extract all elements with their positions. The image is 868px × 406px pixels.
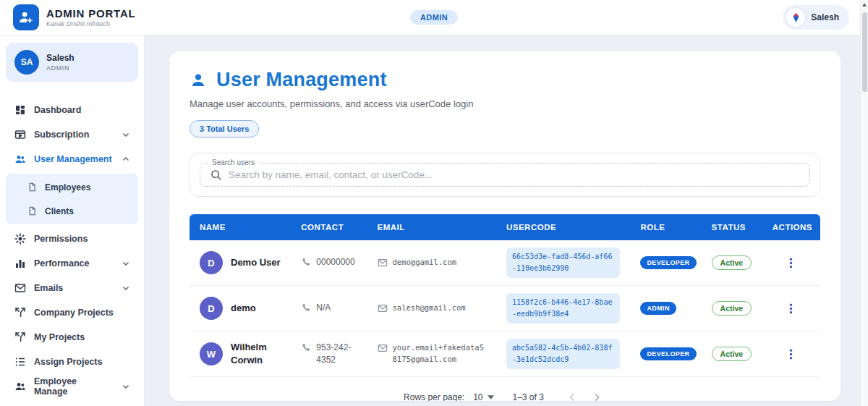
mail-icon — [378, 343, 388, 353]
sidebar-item-label: Dashboard — [34, 105, 81, 115]
phone-icon — [301, 257, 311, 267]
dashboard-icon — [14, 104, 26, 116]
sidebar-item-company-projects[interactable]: Company Projects — [6, 300, 138, 325]
status-cell: Active — [702, 286, 762, 331]
user-management-submenu: Employees Clients — [6, 174, 138, 224]
column-header-name: NAME — [190, 214, 291, 240]
people-icon — [14, 381, 26, 392]
app-logo[interactable] — [13, 4, 39, 30]
usercode-cell: 66c53d3e-fad8-456d-af66-110ee3b62990 — [496, 240, 630, 286]
more-vert-icon — [785, 303, 797, 315]
name-cell: WWilhelm Corwin — [190, 331, 291, 377]
page-title-row: User Management — [190, 69, 820, 91]
avatar: D — [200, 251, 223, 274]
role-cell: DEVELOPER — [630, 240, 701, 286]
sidebar-item-assign-projects[interactable]: Assign Projects — [6, 350, 138, 374]
document-icon — [27, 182, 37, 192]
role-cell: ADMIN — [630, 286, 701, 331]
user-name-text: demo — [231, 302, 256, 315]
actions-cell — [762, 331, 820, 377]
status-cell: Active — [702, 331, 762, 377]
profile-name: Salesh — [46, 53, 75, 63]
manage-accounts-icon — [18, 9, 34, 25]
sidebar-item-label: Clients — [45, 206, 74, 216]
user-menu-button[interactable]: Salesh — [783, 5, 849, 30]
sidebar-item-dashboard[interactable]: Dashboard — [6, 98, 138, 122]
scrollbar-thumb[interactable] — [862, 12, 867, 92]
row-actions-button[interactable] — [781, 344, 801, 364]
column-header-contact: CONTACT — [291, 214, 367, 240]
sidebar-item-label: My Projects — [34, 332, 85, 342]
pagination-range: 1–3 of 3 — [513, 392, 544, 401]
bar-chart-icon — [14, 258, 26, 269]
mail-icon — [14, 282, 26, 294]
split-icon — [14, 331, 26, 343]
sidebar-item-label: Emails — [34, 283, 63, 293]
search-field: Search users — [200, 163, 810, 187]
users-table: NAME CONTACT EMAIL USERCODE ROLE STATUS … — [190, 214, 820, 377]
sidebar-item-clients[interactable]: Clients — [6, 199, 138, 223]
usercode-cell: 1158f2c6-b446-4e17-8bae-eedb9b9f38e4 — [496, 286, 630, 331]
pagination-arrows — [563, 388, 606, 401]
avatar: W — [200, 342, 223, 365]
sidebar-item-emails[interactable]: Emails — [6, 276, 138, 300]
brand-block: ADMIN PORTAL Kanak Drishti Infotech — [46, 7, 135, 28]
avatar: D — [200, 297, 223, 320]
column-header-usercode: USERCODE — [496, 214, 630, 240]
column-header-email: EMAIL — [367, 214, 496, 240]
sidebar-item-label: Assign Projects — [34, 357, 102, 367]
row-actions-button[interactable] — [781, 298, 801, 318]
sidebar-item-permissions[interactable]: Permissions — [6, 227, 138, 251]
user-management-card: User Management Manage user accounts, pe… — [169, 51, 841, 401]
row-actions-button[interactable] — [781, 253, 801, 273]
caret-down-icon — [488, 395, 494, 399]
chevron-down-icon — [121, 130, 131, 140]
rows-per-page-select[interactable]: 10 — [473, 392, 493, 401]
page-subtitle: Manage user accounts, permissions, and a… — [190, 98, 820, 109]
email-text: your.email+fakedata58175@gmail.com — [393, 342, 486, 365]
contact-text: 953-242-4352 — [316, 342, 357, 367]
scroll-up-arrow-icon[interactable] — [862, 3, 867, 7]
next-page-button[interactable] — [587, 388, 606, 401]
email-cell: salesh@gmail.com — [367, 286, 496, 331]
search-section: Search users — [190, 153, 820, 197]
profile-avatar: SA — [14, 50, 39, 75]
sidebar-item-label: Company Projects — [34, 308, 114, 318]
gear-icon — [14, 233, 26, 245]
phone-icon — [301, 342, 311, 352]
sidebar-item-label: Employees — [45, 182, 90, 193]
sidebar-item-performance[interactable]: Performance — [6, 251, 138, 276]
name-cell: Ddemo — [190, 286, 291, 331]
role-badge: ADMIN — [640, 302, 676, 315]
sidebar-item-employee-manage[interactable]: Employee Manage — [6, 374, 138, 399]
top-header: ADMIN PORTAL Kanak Drishti Infotech ADMI… — [0, 0, 868, 35]
email-text: salesh@gmail.com — [393, 303, 466, 314]
subscription-icon — [14, 129, 26, 140]
page-scrollbar[interactable] — [860, 0, 868, 406]
sidebar-item-user-management[interactable]: User Management — [6, 147, 138, 172]
sidebar-item-subscription[interactable]: Subscription — [6, 122, 138, 147]
previous-page-button[interactable] — [563, 388, 582, 401]
sidebar-item-my-projects[interactable]: My Projects — [6, 325, 138, 350]
rows-per-page-label: Rows per page: — [404, 392, 464, 401]
search-field-label: Search users — [208, 158, 258, 166]
more-vert-icon — [785, 257, 797, 269]
sidebar-item-employees[interactable]: Employees — [6, 175, 138, 199]
contact-text: N/A — [316, 302, 331, 314]
search-input[interactable] — [229, 169, 800, 180]
sidebar-item-label: User Management — [34, 154, 112, 164]
split-icon — [14, 307, 26, 318]
search-icon — [210, 169, 222, 181]
sidebar-item-label: Permissions — [34, 234, 88, 244]
user-name-text: Demo User — [231, 256, 281, 269]
sidebar-item-partial[interactable] — [6, 399, 138, 406]
more-vert-icon — [785, 348, 797, 360]
phone-icon — [301, 303, 311, 313]
list-icon — [14, 356, 26, 368]
role-badge: DEVELOPER — [640, 256, 696, 269]
app-subtitle: Kanak Drishti Infotech — [46, 20, 135, 28]
total-users-chip: 3 Total Users — [190, 120, 259, 138]
usercode-chip: 1158f2c6-b446-4e17-8bae-eedb9b9f38e4 — [506, 293, 620, 323]
sidebar-profile-card[interactable]: SA Salesh ADMIN — [6, 43, 138, 82]
sidebar-nav: Dashboard Subscription User Management E… — [6, 98, 138, 406]
